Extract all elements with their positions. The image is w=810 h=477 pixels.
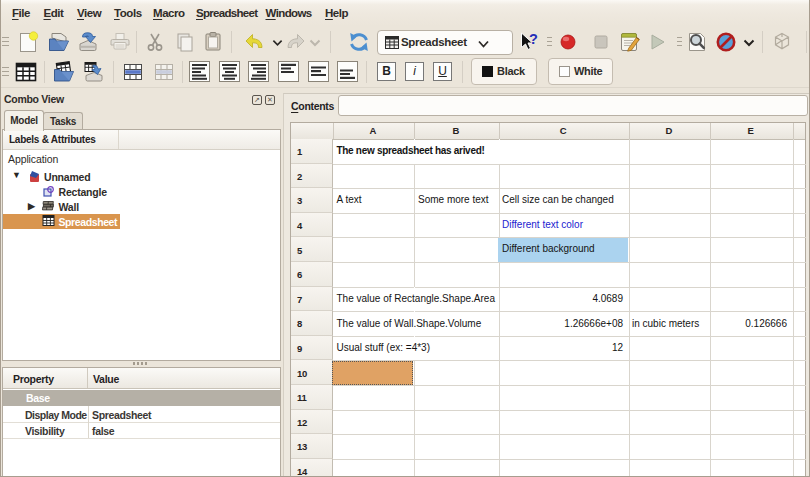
svg-text:?: ? <box>529 31 538 47</box>
